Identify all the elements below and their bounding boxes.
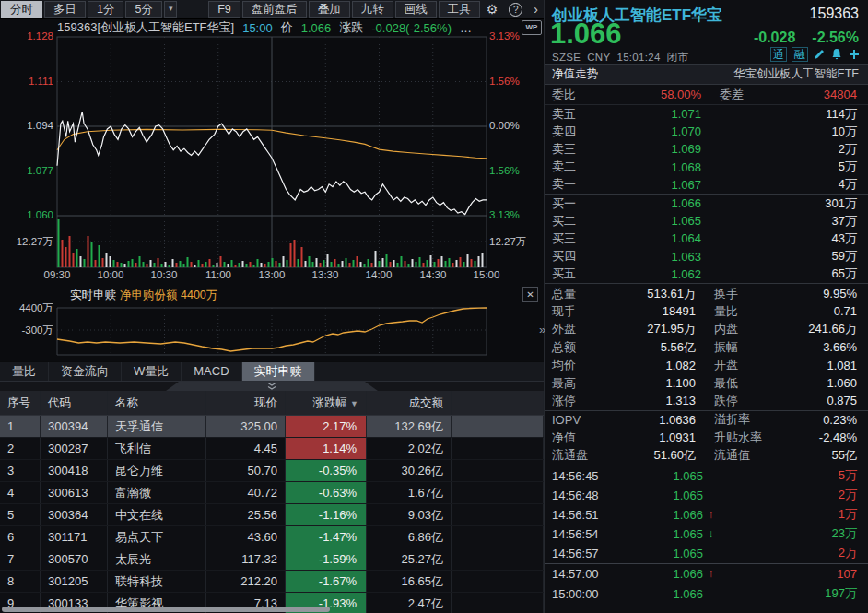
nav-trend-label[interactable]: 净值走势 xyxy=(552,66,598,82)
table-row[interactable]: 3 300418 昆仑万维 50.70 -0.35% 30.26亿 xyxy=(0,460,544,482)
tools-button[interactable]: 工具 xyxy=(439,1,480,18)
overlay-button[interactable]: 叠加 xyxy=(309,1,350,18)
cell-empty xyxy=(452,504,544,525)
subpanel-title: 实时申赎 xyxy=(70,288,116,303)
table-row[interactable]: 4 300613 富瀚微 40.72 -0.63% 1.67亿 xyxy=(0,482,544,504)
table-row[interactable]: 2 300287 飞利信 4.45 1.14% 2.02亿 xyxy=(0,438,544,460)
col-header-index[interactable]: 序号 xyxy=(0,391,41,415)
bid-price: 1.063 xyxy=(592,250,701,264)
stat-value-2: 0.23% xyxy=(797,413,857,427)
pre-post-market-button[interactable]: 盘前盘后 xyxy=(242,1,307,18)
subpanel-y-mid: -300万 xyxy=(4,324,53,337)
bell-icon[interactable] xyxy=(830,48,843,61)
cell-name[interactable]: 昆仑万维 xyxy=(108,460,206,481)
ask-row[interactable]: 卖一 1.067 4万 xyxy=(545,176,868,194)
stat-value-1: 51.60亿 xyxy=(598,447,696,464)
cell-name[interactable]: 太辰光 xyxy=(108,548,206,570)
legend-label: 净申购份额 xyxy=(120,289,178,301)
table-row[interactable]: 1 300394 天孚通信 325.00 2.17% 132.69亿 xyxy=(0,416,544,438)
tick-row[interactable]: 14:56:51 1.066 ↑ 1万 xyxy=(545,505,868,525)
cell-name[interactable]: 中文在线 xyxy=(108,504,206,525)
tick-price: 1.065 xyxy=(618,547,703,560)
pencil-icon[interactable] xyxy=(813,48,826,61)
col-header-price[interactable]: 现价 xyxy=(206,391,286,415)
nine-turn-button[interactable]: 九转 xyxy=(352,1,393,18)
quote-header: 创业板人工智能ETF华宝 159363 1.066 -0.028 -2.56% … xyxy=(545,0,868,64)
col-header-code[interactable]: 代码 xyxy=(41,391,108,415)
tab-1min[interactable]: 1分 xyxy=(88,1,123,18)
quote-header-icons: 通 融 xyxy=(770,47,861,62)
f9-button[interactable]: F9 xyxy=(208,1,240,18)
col-header-amount[interactable]: 成交额 xyxy=(367,391,452,415)
horizontal-scrollbar[interactable] xyxy=(2,607,330,612)
cell-change-pct: -1.16% xyxy=(286,504,367,525)
cell-name[interactable]: 天孚通信 xyxy=(108,416,206,437)
ask-row[interactable]: 卖四 1.070 10万 xyxy=(545,123,868,140)
tick-direction-icon: ↑ xyxy=(703,567,719,580)
tab-money-flow[interactable]: 资金流向 xyxy=(49,362,122,381)
close-icon[interactable]: ✕ xyxy=(522,287,538,302)
bid-row[interactable]: 买一 1.066 301万 xyxy=(545,195,868,212)
table-row[interactable]: 6 301171 易点天下 43.60 -1.47% 6.86亿 xyxy=(0,526,544,548)
nav-trend-row[interactable]: 净值走势 华宝创业板人工智能ETF xyxy=(545,64,868,85)
more-dots-icon[interactable]: … xyxy=(460,21,472,35)
tick-row[interactable]: 15:00:00 1.066 197万 xyxy=(545,584,868,604)
bid-row[interactable]: 买二 1.065 37万 xyxy=(545,212,868,230)
tab-timeline[interactable]: 分时 xyxy=(1,1,42,18)
stat-value-1: 18491 xyxy=(598,304,696,318)
tab-5min[interactable]: 5分 xyxy=(125,1,161,18)
ask-label: 卖三 xyxy=(552,141,592,158)
tick-row[interactable]: 14:56:54 1.065 ↓ 23万 xyxy=(545,525,868,544)
help-icon[interactable]: ? xyxy=(509,3,522,17)
bid-row[interactable]: 买五 1.062 65万 xyxy=(545,265,868,283)
stat-label-1: 最高 xyxy=(552,375,598,392)
ask-row[interactable]: 卖二 1.068 5万 xyxy=(545,159,868,176)
bid-row[interactable]: 买三 1.064 43万 xyxy=(545,230,868,247)
tab-volume-ratio[interactable]: 量比 xyxy=(0,362,49,381)
ask-row[interactable]: 卖三 1.069 2万 xyxy=(545,140,868,158)
cell-name[interactable]: 易点天下 xyxy=(108,526,206,548)
gear-icon[interactable]: ⚙ xyxy=(487,0,499,18)
cell-name[interactable]: 富瀚微 xyxy=(108,482,206,503)
collapse-handle[interactable] xyxy=(166,382,378,391)
period-dropdown-icon[interactable]: ▾ xyxy=(164,1,178,18)
stat-label-2: 升贴水率 xyxy=(696,430,797,446)
panel-expander-icon[interactable]: » xyxy=(539,323,545,336)
ask-row[interactable]: 卖五 1.071 114万 xyxy=(545,105,868,123)
table-row[interactable]: 8 301205 联特科技 212.20 -1.67% 16.65亿 xyxy=(0,571,544,593)
stat-row: 净值 1.0931 升贴水率 -2.48% xyxy=(545,429,868,446)
tick-time: 14:56:54 xyxy=(552,527,618,541)
table-row[interactable]: 5 300364 中文在线 25.56 -1.16% 9.03亿 xyxy=(0,504,544,526)
cell-price: 117.32 xyxy=(206,548,286,570)
col-header-change-pct[interactable]: 涨跌幅▼ xyxy=(286,391,367,415)
cell-name[interactable]: 联特科技 xyxy=(108,571,206,592)
table-row[interactable]: 7 300570 太辰光 117.32 -1.59% 25.27亿 xyxy=(0,548,544,571)
plus-icon[interactable] xyxy=(848,48,861,61)
ask-label: 卖一 xyxy=(552,176,592,193)
stat-value-2: 0.71 xyxy=(797,304,857,318)
sort-desc-icon[interactable]: ▼ xyxy=(350,399,358,408)
stat-label-1: 现手 xyxy=(552,303,598,320)
tick-row[interactable]: 14:56:48 1.065 2万 xyxy=(545,486,868,505)
tab-realtime-subscription[interactable]: 实时申赎 xyxy=(242,362,315,381)
x-tick: 10:00 xyxy=(92,269,129,280)
draw-line-button[interactable]: 画线 xyxy=(395,1,437,18)
tick-row[interactable]: 14:57:00 1.066 ↑ 107 xyxy=(545,564,868,584)
col-header-name[interactable]: 名称 xyxy=(108,391,206,415)
tab-multiday[interactable]: 多日 xyxy=(44,1,86,18)
tab-w-volume-ratio[interactable]: W量比 xyxy=(122,362,182,381)
bid-row[interactable]: 买四 1.063 59万 xyxy=(545,248,868,265)
chevron-right-icon[interactable]: › xyxy=(534,0,538,18)
cell-index: 1 xyxy=(0,416,41,437)
bid-volume: 301万 xyxy=(701,195,857,212)
cell-empty xyxy=(452,416,544,437)
margin-badge-tong: 通 xyxy=(770,47,787,62)
stat-label-1: 均价 xyxy=(552,357,598,373)
intraday-chart[interactable] xyxy=(0,0,544,286)
chart-change-label: 涨跌 xyxy=(339,19,363,36)
tab-macd[interactable]: MACD xyxy=(182,362,241,381)
tick-row[interactable]: 14:56:57 1.065 2万 xyxy=(545,544,868,564)
x-tick: 13:30 xyxy=(307,269,344,280)
tick-row[interactable]: 14:56:45 1.065 5万 xyxy=(545,466,868,486)
cell-name[interactable]: 飞利信 xyxy=(108,438,206,459)
